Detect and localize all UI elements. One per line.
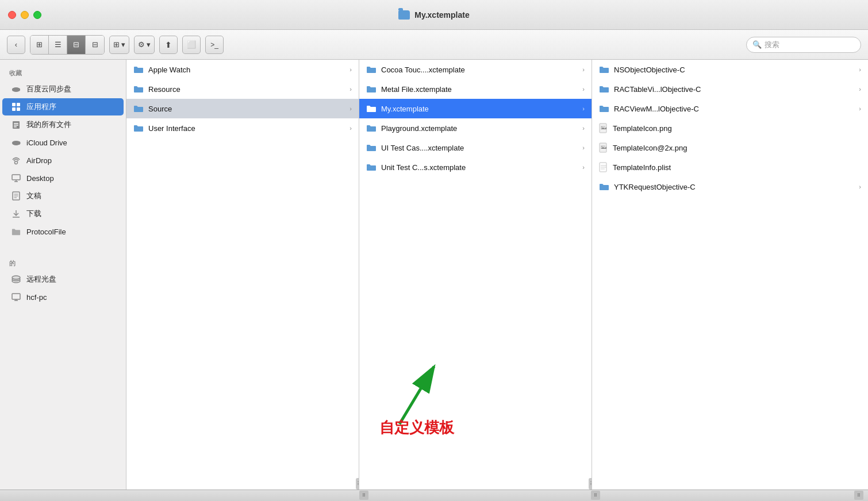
- group-button[interactable]: ⊞ ▾: [109, 36, 129, 54]
- column1-item-source[interactable]: Source ›: [126, 99, 359, 118]
- list-view-button[interactable]: ☰: [49, 36, 67, 54]
- title-bar: My.xctemplate: [0, 0, 868, 30]
- chevron-right-icon: ›: [582, 66, 585, 73]
- title-text: My.xctemplate: [414, 10, 469, 20]
- item-label: Cocoa Touc....xctemplate: [381, 65, 578, 74]
- chevron-right-icon: ›: [859, 183, 861, 190]
- column2-item-unittestc[interactable]: Unit Test C...s.xctemplate ›: [359, 157, 592, 177]
- status-resize-handle-1[interactable]: ⠿: [359, 491, 368, 500]
- terminal-icon: >_: [210, 41, 218, 49]
- column3-item-templateicon[interactable]: TemplateIcon.png: [592, 118, 868, 138]
- maximize-button[interactable]: [33, 11, 41, 19]
- svg-rect-10: [14, 126, 17, 128]
- cover-view-button[interactable]: ⊟: [86, 36, 104, 54]
- sidebar-item-baidu[interactable]: 百度云同步盘: [2, 80, 124, 98]
- close-button[interactable]: [8, 11, 16, 19]
- item-label: UI Test Cas....xctemplate: [381, 144, 578, 152]
- sidebar-item-desktop[interactable]: Desktop: [2, 169, 124, 187]
- folder-icon: [366, 85, 377, 93]
- column3-item-nsobject[interactable]: NSObjectObjective-C ›: [592, 60, 868, 79]
- terminal-button[interactable]: >_: [205, 36, 224, 54]
- computer-icon: [11, 292, 21, 302]
- svg-rect-15: [12, 175, 20, 180]
- item-label: My.xctemplate: [381, 105, 578, 113]
- minimize-button[interactable]: [21, 11, 29, 19]
- folder-icon: [366, 65, 377, 74]
- svg-line-30: [400, 367, 434, 424]
- folder-icon: [599, 85, 609, 93]
- column-1: Apple Watch › Resource › Source › User I…: [126, 60, 359, 490]
- search-icon: 🔍: [752, 40, 762, 49]
- folder-icon: [599, 183, 609, 191]
- item-label: TemplateIcon.png: [613, 124, 861, 133]
- folder-icon: [133, 105, 144, 113]
- column3-item-templateinfo[interactable]: TemplateInfo.plist: [592, 157, 868, 177]
- group-chevron: ▾: [121, 40, 125, 49]
- sidebar-section-favorites: 收藏: [0, 60, 126, 80]
- sidebar-item-label: 文稿: [26, 191, 41, 201]
- gear-button[interactable]: ⚙ ▾: [134, 36, 155, 54]
- sidebar-item-hcfpc[interactable]: hcf-pc: [2, 288, 124, 306]
- status-resize-handle-2[interactable]: ⠿: [591, 491, 600, 500]
- sidebar-item-icloud[interactable]: iCloud Drive: [2, 134, 124, 151]
- traffic-lights: [8, 11, 41, 19]
- sidebar-item-documents[interactable]: 文稿: [2, 187, 124, 205]
- folder-icon: [133, 85, 144, 93]
- sidebar-item-protocol[interactable]: ProtocolFile: [2, 223, 124, 240]
- svg-point-14: [15, 161, 18, 164]
- column1-item-applewatch[interactable]: Apple Watch ›: [126, 60, 359, 79]
- column2-resize-handle[interactable]: ⠿: [589, 478, 592, 490]
- folder-icon: [366, 144, 377, 152]
- sidebar-item-label: iCloud Drive: [26, 138, 67, 147]
- tag-button[interactable]: ⬜: [182, 36, 201, 54]
- tag-icon: ⬜: [187, 40, 196, 49]
- sidebar-item-myfiles[interactable]: 我的所有文件: [2, 116, 124, 133]
- search-placeholder: 搜索: [765, 40, 779, 50]
- folder-icon: [599, 65, 609, 74]
- status-resize-handle-3[interactable]: ⠿: [854, 491, 863, 500]
- item-label: Resource: [148, 85, 345, 94]
- column1-item-resource[interactable]: Resource ›: [126, 79, 359, 99]
- chevron-right-icon: ›: [349, 86, 352, 93]
- column2-item-myxctemplate[interactable]: My.xctemplate ›: [359, 99, 592, 118]
- column3-item-ytkrequest[interactable]: YTKRequestObjective-C ›: [592, 177, 868, 196]
- svg-point-25: [12, 276, 20, 279]
- search-box[interactable]: 🔍 搜索: [746, 37, 861, 53]
- chevron-right-icon: ›: [349, 66, 352, 73]
- gear-chevron: ▾: [147, 40, 151, 49]
- column2-item-playground[interactable]: Playground.xctemplate ›: [359, 118, 592, 138]
- folder-icon: [366, 105, 377, 113]
- share-icon: ⬆: [165, 40, 172, 49]
- chevron-right-icon: ›: [582, 164, 585, 171]
- chevron-right-icon: ›: [349, 125, 352, 132]
- svg-point-38: [601, 146, 602, 147]
- share-button[interactable]: ⬆: [159, 36, 178, 54]
- back-button[interactable]: ‹: [7, 36, 25, 54]
- annotation-container: 自定义模板: [382, 349, 451, 432]
- column-view-icon: ⊟: [73, 40, 79, 49]
- sidebar-item-label: hcf-pc: [26, 293, 47, 302]
- column3-item-ractablevi[interactable]: RACTableVi...lObjective-C ›: [592, 79, 868, 99]
- svg-rect-4: [17, 103, 20, 106]
- group-icon: ⊞: [113, 40, 120, 49]
- sidebar-item-airdrop[interactable]: AirDrop: [2, 152, 124, 169]
- view-buttons-group: ⊞ ☰ ⊟ ⊟: [30, 35, 105, 55]
- column-view-button[interactable]: ⊟: [67, 36, 86, 54]
- sidebar-item-downloads[interactable]: 下载: [2, 205, 124, 222]
- column-2: Cocoa Touc....xctemplate › Metal File.xc…: [359, 60, 592, 490]
- column3-item-templateicon2x[interactable]: TemplateIcon@2x.png: [592, 138, 868, 157]
- sidebar-item-label: Desktop: [26, 174, 54, 183]
- column2-item-cocoatouch[interactable]: Cocoa Touc....xctemplate ›: [359, 60, 592, 79]
- icon-view-button[interactable]: ⊞: [30, 36, 49, 54]
- column2-item-metalfile[interactable]: Metal File.xctemplate ›: [359, 79, 592, 99]
- gear-icon: ⚙: [138, 40, 145, 49]
- column1-item-userinterface[interactable]: User Interface ›: [126, 118, 359, 138]
- item-label: Metal File.xctemplate: [381, 85, 578, 94]
- column3-item-racviewm[interactable]: RACViewM...lObjective-C ›: [592, 99, 868, 118]
- column2-item-uitestcas[interactable]: UI Test Cas....xctemplate ›: [359, 138, 592, 157]
- sidebar-item-remotedisk[interactable]: 远程光盘: [2, 271, 124, 288]
- item-label: Playground.xctemplate: [381, 124, 578, 133]
- image-file-icon: [599, 142, 608, 153]
- svg-point-2: [16, 88, 20, 91]
- sidebar-item-apps[interactable]: 应用程序: [2, 98, 124, 115]
